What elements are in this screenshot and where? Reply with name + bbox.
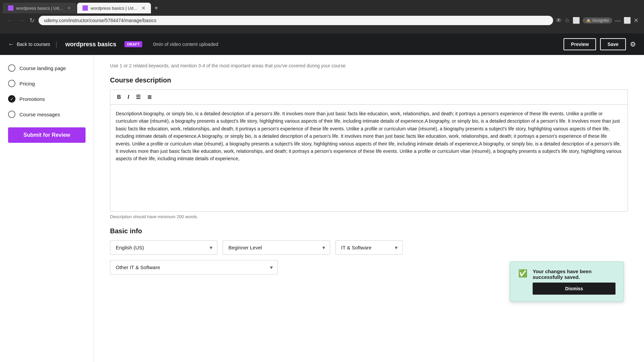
- preview-button[interactable]: Preview: [564, 38, 596, 50]
- subcategory-select[interactable]: Other IT & Software IT Certifications Ne…: [110, 260, 278, 275]
- category-select-wrap: IT & Software Development Business ▼: [335, 240, 402, 255]
- italic-button[interactable]: I: [125, 93, 132, 102]
- upload-status: 0min of video content uploaded: [153, 42, 558, 47]
- close-window-icon[interactable]: ✕: [634, 17, 639, 24]
- basic-info-title: Basic info: [110, 227, 628, 235]
- content-area: Use 1 or 2 related keywords, and mention…: [94, 55, 644, 362]
- toast-message: Your changes have been successfully save…: [533, 268, 615, 280]
- success-toast: ✅ Your changes have been successfully sa…: [510, 261, 624, 302]
- sidebar-item-course-landing-page[interactable]: Course landing page: [0, 60, 94, 76]
- back-to-courses-link[interactable]: ← Back to courses: [8, 41, 50, 48]
- description-text: DescriptionA biography, or simply bio, i…: [116, 111, 622, 161]
- success-icon: ✅: [518, 269, 527, 278]
- language-select-wrap: English (US) Spanish French ▼: [110, 240, 217, 255]
- sidebar-item-pricing[interactable]: Pricing: [0, 76, 94, 91]
- forward-nav-button[interactable]: →: [17, 16, 25, 25]
- tab-2[interactable]: wordpress basics | Udemy ✕: [77, 3, 151, 13]
- sidebar-label-promotions: Promotions: [19, 96, 45, 102]
- category-select[interactable]: IT & Software Development Business: [335, 240, 402, 255]
- keywords-hint: Use 1 or 2 related keywords, and mention…: [110, 63, 628, 68]
- gear-icon[interactable]: ⚙: [630, 40, 636, 48]
- sidebar-item-promotions[interactable]: ✓ Promotions: [0, 91, 94, 107]
- refresh-button[interactable]: ↻: [28, 15, 36, 25]
- sidebar-label-course-messages: Course messages: [19, 112, 60, 117]
- sidebar-label-course-landing-page: Course landing page: [19, 65, 66, 71]
- course-title: wordpress basics: [65, 41, 116, 48]
- tab-1-title: wordpress basics | Udemy: [16, 6, 64, 11]
- sidebar-circle-course-landing-page: [8, 64, 15, 72]
- minimize-icon[interactable]: —: [615, 17, 621, 24]
- ordered-list-button[interactable]: ☰: [133, 93, 143, 102]
- sidebar-circle-course-messages: [8, 111, 15, 118]
- tab-1[interactable]: wordpress basics | Udemy ✕: [3, 3, 76, 13]
- main-layout: Course landing page Pricing ✓ Promotions…: [0, 55, 644, 362]
- level-select-wrap: Beginner Level Intermediate Level Expert…: [223, 240, 330, 255]
- editor-container: B I ☰ ≣ DescriptionA biography, or simpl…: [110, 89, 628, 212]
- tab-2-close[interactable]: ✕: [142, 5, 146, 11]
- tab-2-title: wordpress basics | Udemy: [91, 6, 139, 11]
- sidebar-item-course-messages[interactable]: Course messages: [0, 107, 94, 122]
- sidebar: Course landing page Pricing ✓ Promotions…: [0, 55, 94, 362]
- url-input[interactable]: [39, 16, 553, 25]
- dismiss-button[interactable]: Dismiss: [533, 283, 615, 295]
- sidebar-circle-promotions: ✓: [8, 95, 15, 103]
- browser-actions: 👁 ☆ ⬜ 🕵 Incognito — ⬜ ✕: [556, 17, 639, 24]
- editor-toolbar: B I ☰ ≣: [110, 89, 628, 104]
- toast-content: Your changes have been successfully save…: [533, 268, 615, 295]
- extension-icon: ⬜: [573, 17, 580, 24]
- checkmark-icon: ✓: [10, 97, 14, 102]
- level-select[interactable]: Beginner Level Intermediate Level Expert…: [223, 240, 330, 255]
- incognito-badge: 🕵 Incognito: [583, 17, 612, 23]
- draft-badge: DRAFT: [124, 41, 142, 47]
- sidebar-circle-pricing: [8, 80, 15, 87]
- tab-1-favicon: [8, 5, 13, 11]
- course-description-title: Course description: [110, 76, 628, 84]
- address-bar: ← → ↻ 👁 ☆ ⬜ 🕵 Incognito — ⬜ ✕: [0, 13, 644, 27]
- submit-for-review-button[interactable]: Submit for Review: [8, 127, 86, 143]
- description-hint: Description should have minimum 200 word…: [110, 214, 628, 219]
- header-divider: |: [56, 41, 57, 48]
- unordered-list-button[interactable]: ≣: [145, 93, 154, 102]
- back-nav-button[interactable]: ←: [5, 16, 14, 25]
- incognito-icon: 🕵: [586, 18, 591, 23]
- incognito-label: Incognito: [592, 18, 609, 23]
- tab-1-close[interactable]: ✕: [67, 5, 71, 11]
- language-select[interactable]: English (US) Spanish French: [110, 240, 217, 255]
- back-to-courses-label: Back to courses: [17, 42, 50, 47]
- tab-2-favicon: [83, 5, 88, 11]
- back-arrow-icon: ←: [8, 41, 14, 48]
- bold-button[interactable]: B: [114, 93, 124, 102]
- eye-off-icon: 👁: [556, 17, 562, 24]
- browser-chrome: wordpress basics | Udemy ✕ wordpress bas…: [0, 0, 644, 34]
- basic-info-dropdowns: English (US) Spanish French ▼ Beginner L…: [110, 240, 628, 255]
- star-icon: ☆: [565, 17, 570, 24]
- description-editor[interactable]: DescriptionA biography, or simply bio, i…: [110, 104, 628, 212]
- header-actions: Preview Save ⚙: [564, 38, 636, 50]
- subcategory-select-wrap: Other IT & Software IT Certifications Ne…: [110, 260, 278, 275]
- tab-bar: wordpress basics | Udemy ✕ wordpress bas…: [0, 0, 644, 13]
- save-button[interactable]: Save: [600, 38, 626, 50]
- app-header: ← Back to courses | wordpress basics DRA…: [0, 34, 644, 55]
- maximize-icon[interactable]: ⬜: [624, 17, 631, 24]
- sidebar-label-pricing: Pricing: [19, 81, 35, 86]
- new-tab-button[interactable]: +: [152, 3, 161, 13]
